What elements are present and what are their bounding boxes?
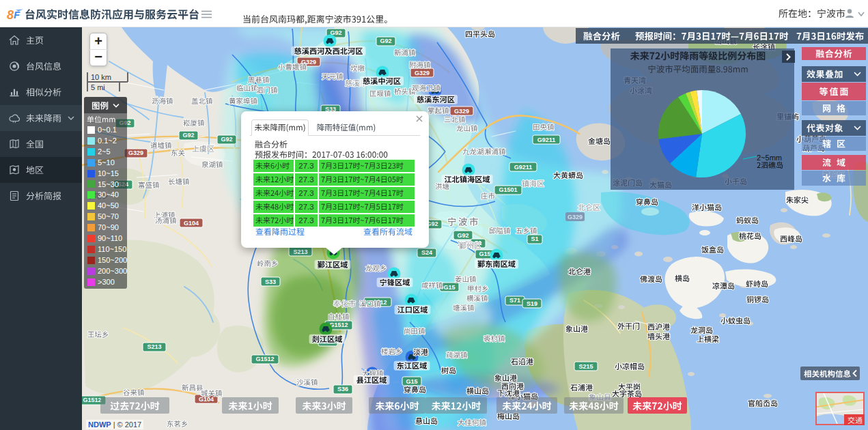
svg-text:G15: G15 <box>406 378 417 385</box>
svg-text:G1512: G1512 <box>255 356 274 362</box>
svg-text:5 mi: 5 mi <box>91 83 105 91</box>
svg-text:10 km: 10 km <box>91 73 111 81</box>
svg-text:G92: G92 <box>380 38 391 44</box>
svg-text:G1512: G1512 <box>329 321 348 328</box>
svg-text:G9211: G9211 <box>514 164 533 171</box>
svg-text:G92: G92 <box>182 132 194 139</box>
svg-text:8: 8 <box>7 8 14 21</box>
svg-text:G104: G104 <box>199 396 214 403</box>
svg-text:S24: S24 <box>421 249 432 256</box>
svg-text:S215: S215 <box>578 363 593 370</box>
svg-text:G329: G329 <box>128 149 143 156</box>
svg-text:G104: G104 <box>184 220 199 227</box>
svg-text:G92: G92 <box>457 232 468 239</box>
svg-text:G92: G92 <box>221 136 232 143</box>
svg-text:S71: S71 <box>509 297 520 304</box>
svg-text:S19: S19 <box>527 300 537 307</box>
svg-text:G1512: G1512 <box>83 397 101 403</box>
svg-text:G15: G15 <box>443 284 455 291</box>
svg-text:G1501: G1501 <box>499 186 517 193</box>
svg-text:G9211: G9211 <box>537 137 556 143</box>
svg-text:G329: G329 <box>568 214 583 220</box>
svg-text:G15: G15 <box>479 250 490 257</box>
svg-text:G329: G329 <box>454 108 469 115</box>
svg-text:S33: S33 <box>265 278 276 285</box>
svg-text:S36: S36 <box>337 386 348 392</box>
svg-text:S213: S213 <box>147 343 161 350</box>
svg-text:G329: G329 <box>415 70 430 76</box>
svg-text:S213: S213 <box>293 248 307 255</box>
svg-text:S1: S1 <box>531 235 538 242</box>
